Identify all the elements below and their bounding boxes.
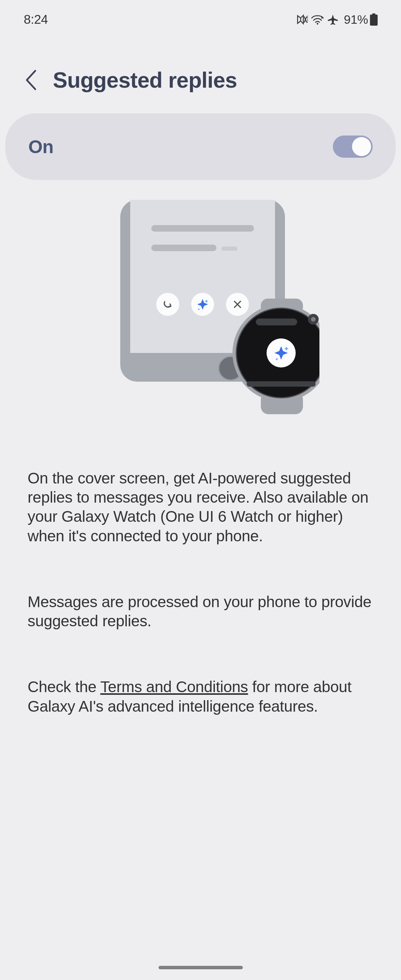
- status-right: 6 91%: [296, 13, 378, 27]
- svg-rect-11: [221, 247, 237, 251]
- wifi-icon: 6: [311, 14, 324, 25]
- svg-rect-9: [151, 225, 254, 232]
- description-paragraph-2: Messages are processed on your phone to …: [28, 592, 373, 630]
- svg-rect-26: [247, 381, 316, 387]
- svg-rect-6: [370, 15, 378, 26]
- svg-point-3: [317, 23, 318, 24]
- svg-point-12: [156, 293, 179, 316]
- description-paragraph-3: Check the Terms and Conditions for more …: [28, 677, 373, 715]
- battery-icon: [370, 13, 378, 26]
- description-paragraph-1: On the cover screen, get AI-powered sugg…: [28, 469, 373, 546]
- status-bar: 8:24 6 91%: [0, 0, 401, 27]
- body-text: On the cover screen, get AI-powered sugg…: [0, 416, 401, 716]
- svg-rect-24: [256, 318, 297, 325]
- back-icon[interactable]: [25, 69, 38, 91]
- svg-text:6: 6: [321, 16, 323, 20]
- toggle-switch-on[interactable]: [333, 136, 373, 158]
- p3-pre: Check the: [28, 678, 100, 696]
- gesture-bar: [159, 966, 243, 969]
- battery-percent: 91%: [344, 13, 368, 27]
- page-title: Suggested replies: [53, 67, 237, 93]
- master-toggle-row[interactable]: On: [5, 113, 396, 180]
- svg-rect-10: [151, 245, 216, 251]
- illustration: [0, 200, 401, 416]
- mute-vibrate-icon: [296, 14, 308, 25]
- header: Suggested replies: [0, 27, 401, 93]
- status-time: 8:24: [24, 12, 48, 27]
- airplane-icon: [327, 14, 339, 25]
- switch-thumb: [352, 137, 371, 156]
- terms-link[interactable]: Terms and Conditions: [100, 678, 248, 696]
- svg-rect-5: [372, 13, 375, 15]
- toggle-label: On: [28, 136, 54, 157]
